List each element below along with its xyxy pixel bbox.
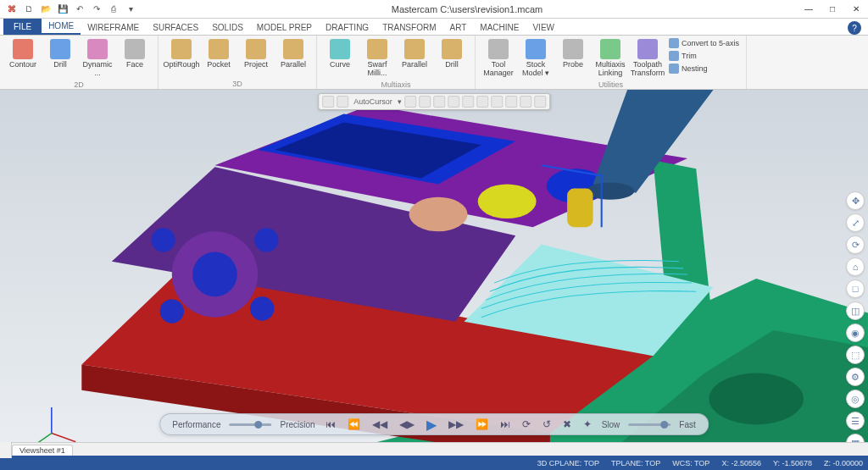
ac-btn-9[interactable]	[520, 96, 531, 108]
ac-lock-icon[interactable]	[322, 96, 334, 108]
svg-rect-22	[567, 189, 593, 228]
qat-redo[interactable]: ↷	[90, 3, 103, 16]
maximize-button[interactable]: □	[821, 0, 844, 19]
parallel-button[interactable]: Parallel	[275, 37, 311, 71]
stock-model-button[interactable]: Stock Model ▾	[518, 37, 554, 80]
autocursor-toolbar[interactable]: AutoCursor ▾	[318, 93, 550, 110]
rtool-6[interactable]: ◉	[846, 323, 865, 342]
project-button[interactable]: Project	[238, 37, 274, 71]
viewsheet-tab[interactable]: Viewsheet #1	[12, 445, 73, 456]
play-stepback[interactable]: ◀◀	[370, 418, 389, 430]
tab-transform[interactable]: TRANSFORM	[376, 20, 442, 35]
play-loop[interactable]: ⟳	[520, 418, 532, 430]
rtool-10[interactable]: ☰	[846, 412, 865, 430]
play-forward[interactable]: ⏩	[474, 418, 490, 430]
viewport-3d[interactable]: AutoCursor ▾ ✥⤢⟳⌂□◫◉⬚⚙◎☰▦? Performance P…	[0, 90, 868, 442]
project-icon	[246, 39, 266, 59]
qat-open[interactable]: 📂	[39, 3, 53, 16]
ac-btn-3[interactable]	[433, 96, 445, 108]
qat-undo[interactable]: ↶	[73, 3, 86, 16]
help-button[interactable]: ?	[848, 21, 861, 35]
qat-dropdown[interactable]: ▾	[124, 3, 137, 16]
parallel-m-button[interactable]: Parallel	[397, 37, 432, 71]
play-reset[interactable]: ↺	[541, 418, 553, 430]
ac-dropdown[interactable]: ▾	[398, 97, 402, 106]
play-rewind[interactable]: ⏪	[346, 418, 362, 430]
util-icon	[669, 64, 679, 74]
minimize-button[interactable]: —	[797, 0, 821, 19]
optirough-button[interactable]: OptiRough	[164, 37, 199, 71]
ac-btn-1[interactable]	[404, 96, 416, 108]
parallel-m-icon	[404, 39, 425, 59]
rtool-8[interactable]: ⚙	[846, 368, 865, 386]
window-title: Mastercam C:\users\revision1.mcam	[137, 4, 797, 14]
rtool-5[interactable]: ◫	[846, 301, 865, 320]
ac-btn-2[interactable]	[419, 96, 431, 108]
ac-btn-8[interactable]	[505, 96, 517, 108]
contour-button[interactable]: Contour	[5, 37, 41, 71]
app-icon[interactable]: ⌘	[5, 3, 19, 16]
ac-btn-7[interactable]	[491, 96, 503, 108]
util-convert-to-5-axis[interactable]: Convert to 5-axis	[667, 37, 741, 49]
tab-home[interactable]: HOME	[42, 19, 81, 35]
util-nesting[interactable]: Nesting	[667, 63, 741, 75]
rtool-3[interactable]: ⌂	[846, 257, 865, 276]
rtool-11[interactable]: ▦	[846, 434, 865, 442]
close-button[interactable]: ✕	[844, 0, 868, 19]
rtool-7[interactable]: ⬚	[846, 346, 865, 364]
play-toggle[interactable]: ◀▶	[398, 418, 416, 430]
rtool-1[interactable]: ⤢	[846, 213, 865, 232]
ac-btn-10[interactable]	[534, 96, 546, 108]
tool-manager-button[interactable]: Tool Manager	[481, 37, 516, 80]
tab-solids[interactable]: SOLIDS	[205, 20, 250, 35]
status-wcs[interactable]: WCS: TOP	[672, 459, 709, 467]
ac-btn-4[interactable]	[448, 96, 459, 108]
probe-button[interactable]: Probe	[555, 37, 591, 71]
speed-slider[interactable]	[628, 423, 670, 426]
play-stop[interactable]: ✖	[561, 418, 573, 430]
qat-print[interactable]: ⎙	[107, 3, 120, 16]
qat-new[interactable]: 🗋	[22, 3, 36, 16]
play-last[interactable]: ⏭	[498, 418, 512, 430]
swarf-icon	[367, 39, 387, 59]
dynamic-button[interactable]: Dynamic ...	[80, 37, 115, 80]
toolpath-transform-button[interactable]: Toolpath Transform	[630, 37, 665, 80]
util-icon	[669, 51, 679, 61]
ac-btn-6[interactable]	[476, 96, 488, 108]
tab-surfaces[interactable]: SURFACES	[146, 20, 205, 35]
rtool-0[interactable]: ✥	[846, 191, 865, 210]
ac-cursor-icon[interactable]	[337, 96, 348, 108]
status-tplane[interactable]: TPLANE: TOP	[611, 459, 660, 467]
playback-bar[interactable]: Performance Precision ⏮ ⏪ ◀◀ ◀▶ ▶ ▶▶ ⏩ ⏭…	[159, 413, 709, 435]
rtool-2[interactable]: ⟳	[846, 235, 865, 254]
parallel-m-label: Parallel	[402, 61, 427, 69]
optirough-icon	[171, 39, 192, 59]
tab-view[interactable]: VIEW	[526, 20, 561, 35]
play-first[interactable]: ⏮	[324, 418, 337, 430]
pocket-button[interactable]: Pocket	[201, 37, 236, 71]
swarf-button[interactable]: Swarf Milli...	[359, 37, 395, 80]
rtool-4[interactable]: □	[846, 279, 865, 298]
tab-model-prep[interactable]: MODEL PREP	[250, 20, 319, 35]
play-extra[interactable]: ✦	[581, 418, 593, 430]
status-cplane[interactable]: 3D CPLANE: TOP	[537, 459, 599, 467]
rtool-9[interactable]: ◎	[846, 390, 865, 408]
play-stepfwd[interactable]: ▶▶	[447, 418, 465, 430]
tab-file[interactable]: FILE	[3, 19, 42, 35]
drill-button[interactable]: Drill	[42, 37, 78, 71]
drill-m-label: Drill	[445, 61, 459, 69]
qat-save[interactable]: 💾	[56, 3, 70, 16]
face-button[interactable]: Face	[117, 37, 153, 71]
ribbon-group-multiaxis: CurveSwarf Milli...ParallelDrillMultiaxi…	[317, 36, 476, 89]
drill-m-button[interactable]: Drill	[434, 37, 470, 71]
tab-machine[interactable]: MACHINE	[473, 20, 526, 35]
ac-btn-5[interactable]	[462, 96, 474, 108]
tab-wireframe[interactable]: WIREFRAME	[81, 20, 146, 35]
tab-drafting[interactable]: DRAFTING	[319, 20, 376, 35]
multiaxis-link-button[interactable]: Multiaxis Linking	[593, 37, 628, 80]
tab-art[interactable]: ART	[442, 20, 473, 35]
curve-button[interactable]: Curve	[322, 37, 358, 71]
util-trim[interactable]: Trim	[667, 50, 741, 62]
play-button[interactable]: ▶	[425, 417, 438, 433]
performance-slider[interactable]	[229, 423, 271, 426]
